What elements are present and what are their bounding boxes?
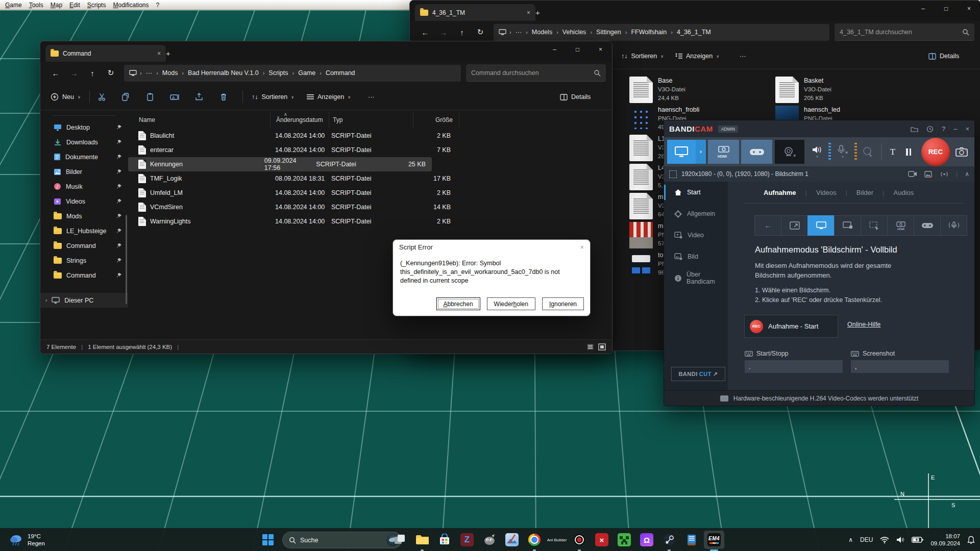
new-tab-button[interactable]: + bbox=[530, 4, 545, 21]
view-button[interactable]: Anzeigen ∨ bbox=[672, 48, 722, 64]
tab-aufnahme[interactable]: Aufnahme bbox=[754, 189, 805, 196]
refresh-button[interactable]: ↻ bbox=[102, 65, 120, 81]
breadcrumb-item[interactable]: Mods bbox=[161, 69, 179, 77]
rec-button[interactable]: REC bbox=[921, 138, 950, 166]
mouse-effect-button[interactable] bbox=[860, 140, 877, 164]
region-select-icon[interactable] bbox=[669, 170, 677, 178]
table-row[interactable]: WarningLights 14.08.2024 14:00 SCRIPT-Da… bbox=[128, 214, 612, 229]
tab-audios[interactable]: Audios bbox=[885, 189, 923, 196]
new-tab-button[interactable]: + bbox=[161, 45, 176, 62]
table-row[interactable]: entercar 14.08.2024 14:00 SCRIPT-Datei 7… bbox=[128, 143, 612, 157]
taskbar-search[interactable]: Suche bbox=[282, 532, 402, 548]
taskbar-app-gimp[interactable] bbox=[479, 531, 500, 549]
breadcrumb-overflow[interactable]: ··· bbox=[514, 29, 523, 36]
expand-chevron-icon[interactable]: › bbox=[45, 297, 47, 303]
speaker-button[interactable]: ∨ bbox=[808, 140, 826, 164]
sidebar-item-downloads[interactable]: Downloads bbox=[40, 135, 128, 149]
sidebar-item-dieser-pc[interactable]: › Dieser PC bbox=[40, 293, 128, 308]
device-hdmi-mode-button[interactable]: HDMI bbox=[708, 140, 739, 164]
webcam-toggle-button[interactable]: × bbox=[775, 140, 804, 164]
taskbar-app-opera-gx[interactable]: Ω bbox=[636, 531, 657, 549]
tray-expand-chevron[interactable]: ∧ bbox=[848, 536, 853, 543]
table-row-selected[interactable]: Kennungen 09.09.2024 17:56 SCRIPT-Datei … bbox=[128, 157, 432, 171]
maximize-button[interactable]: □ bbox=[935, 1, 958, 17]
up-button[interactable]: ↑ bbox=[453, 24, 471, 40]
close-button[interactable]: × bbox=[958, 1, 980, 17]
file-tile[interactable]: toPN96 bbox=[629, 251, 666, 278]
breadcrumb-item[interactable]: Bad Herrenalb Neu V.1.0 bbox=[187, 69, 260, 77]
sidebar-item-le-hubsteige[interactable]: LE_Hubsteige bbox=[40, 223, 128, 238]
mode-select-area-button[interactable] bbox=[861, 215, 888, 236]
sidebar-item-command[interactable]: Command bbox=[40, 238, 128, 253]
taskbar-app-steam[interactable] bbox=[659, 531, 679, 549]
pause-button[interactable] bbox=[900, 140, 917, 164]
minimize-icon[interactable]: – bbox=[953, 125, 957, 133]
sidebar-item-videos[interactable]: Videos bbox=[40, 194, 128, 209]
broadcast-icon[interactable] bbox=[940, 171, 949, 178]
history-clock-icon[interactable] bbox=[926, 126, 934, 133]
sidebar-item-bild[interactable]: Bild bbox=[664, 246, 728, 267]
rename-button[interactable]: A bbox=[167, 89, 183, 105]
back-button[interactable]: ← bbox=[46, 65, 65, 81]
sidebar-item-dokumente[interactable]: Dokumente bbox=[40, 149, 128, 164]
view-button[interactable]: Anzeigen ∨ bbox=[304, 89, 354, 105]
abort-button[interactable]: Abbrechen bbox=[436, 297, 480, 310]
more-options-button[interactable]: ··· bbox=[737, 48, 749, 64]
search-input[interactable]: Command durchsuchen bbox=[466, 64, 606, 82]
breadcrumb-item[interactable]: Game bbox=[297, 69, 316, 77]
table-row[interactable]: Umfeld_LM 14.08.2024 14:00 SCRIPT-Datei … bbox=[128, 186, 612, 200]
menu-edit[interactable]: Edit bbox=[66, 2, 84, 9]
menu-scripts[interactable]: Scripts bbox=[84, 2, 110, 9]
breadcrumb-item[interactable]: Vehicles bbox=[561, 29, 587, 36]
breadcrumb-item[interactable]: Scripts bbox=[267, 69, 289, 77]
ignore-button[interactable]: Ignorieren bbox=[542, 297, 584, 310]
tab-close-icon[interactable]: × bbox=[527, 9, 530, 16]
taskbar-app-zmodeler[interactable]: Z bbox=[457, 531, 477, 549]
sidebar-item-bilder[interactable]: Bilder bbox=[40, 164, 128, 179]
column-header-name[interactable]: Name bbox=[128, 111, 271, 129]
paste-button[interactable] bbox=[142, 89, 158, 105]
file-tile[interactable]: L1V328 bbox=[629, 135, 665, 161]
breadcrumb-item[interactable]: FFWolfshain bbox=[630, 29, 668, 36]
file-tile[interactable]: BasketV3O-Datei205 KB bbox=[775, 77, 831, 103]
breadcrumb-overflow[interactable]: ··· bbox=[145, 69, 154, 77]
game-record-mode-button[interactable] bbox=[741, 140, 772, 164]
tab-videos[interactable]: Videos bbox=[807, 189, 846, 196]
tab-close-icon[interactable]: × bbox=[157, 50, 161, 57]
menu-tools[interactable]: Tools bbox=[26, 2, 47, 9]
taskbar-app-microsoft-store[interactable] bbox=[434, 531, 455, 549]
wifi-icon[interactable] bbox=[880, 536, 889, 543]
taskbar-app-paint[interactable] bbox=[502, 531, 522, 549]
mode-back-button[interactable]: ← bbox=[754, 215, 781, 236]
taskbar-app-recorder[interactable] bbox=[569, 531, 590, 549]
refresh-button[interactable]: ↻ bbox=[471, 24, 489, 40]
breadcrumb-item[interactable]: Sittingen bbox=[595, 29, 622, 36]
image-capture-icon[interactable] bbox=[924, 171, 933, 178]
language-indicator[interactable]: DEU bbox=[860, 536, 873, 543]
bandicut-button[interactable]: BANDICUT↗ bbox=[671, 367, 725, 381]
menu-modifications[interactable]: Modifications bbox=[109, 2, 152, 9]
taskbar-app-chrome[interactable] bbox=[524, 531, 545, 549]
breadcrumb[interactable]: › ··· › Mods › Bad Herrenalb Neu V.1.0 ›… bbox=[124, 65, 461, 82]
new-button[interactable]: Neu ∨ bbox=[47, 89, 84, 105]
menu-map[interactable]: Map bbox=[47, 2, 66, 9]
taskbar-app-red-x[interactable]: × bbox=[592, 531, 612, 549]
search-input[interactable]: 4_36_1_TM durchsuchen bbox=[835, 23, 974, 41]
tab-bilder[interactable]: Bilder bbox=[847, 189, 883, 196]
list-view-icon[interactable] bbox=[586, 343, 594, 350]
cut-button[interactable] bbox=[94, 89, 110, 105]
record-start-button[interactable]: REC Aufnahme - Start bbox=[744, 315, 838, 338]
column-header-type[interactable]: Typ bbox=[329, 111, 413, 129]
breadcrumb[interactable]: › ··· › Models › Vehicles › Sittingen › … bbox=[494, 24, 829, 41]
bandicam-window[interactable]: BANDICAM ADMIN ? – × ∨ HDMI × ∨ × bbox=[664, 120, 975, 406]
sidebar-item-allgemein[interactable]: Allgemein bbox=[664, 203, 728, 224]
collapse-chevron-icon[interactable]: ∧ bbox=[965, 170, 969, 178]
weather-widget[interactable]: 19°CRegen bbox=[5, 528, 49, 551]
speaker-icon[interactable] bbox=[896, 536, 904, 543]
taskbar-app-ani-builder[interactable]: Ani Builder bbox=[547, 531, 567, 549]
breadcrumb-item[interactable]: Models bbox=[531, 29, 553, 36]
close-button[interactable]: × bbox=[589, 41, 612, 58]
sidebar-item-desktop[interactable]: Desktop bbox=[40, 120, 128, 135]
clock[interactable]: 18:07 09.09.2024 bbox=[930, 533, 960, 547]
file-tile[interactable]: BaseV3O-Datei24,4 KB bbox=[629, 77, 685, 103]
